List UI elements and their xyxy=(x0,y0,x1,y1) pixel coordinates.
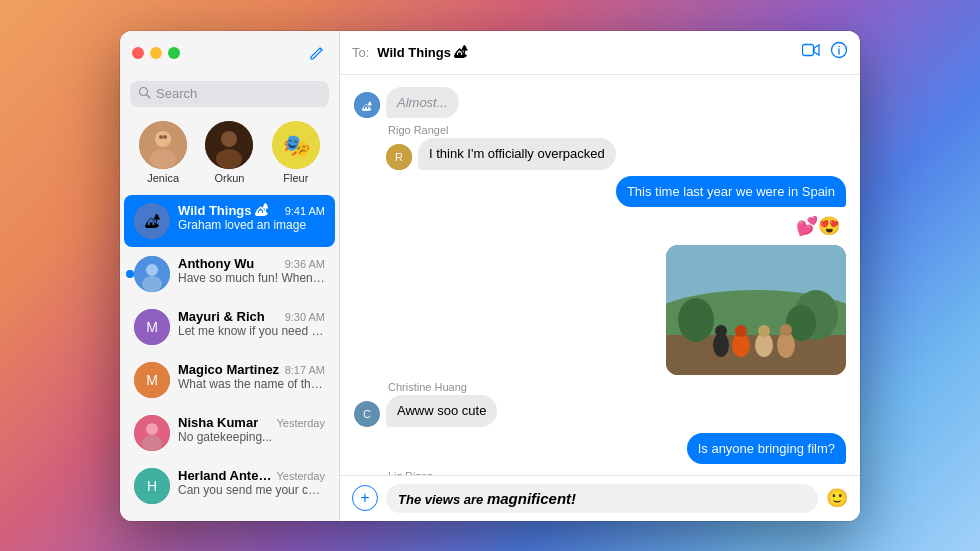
svg-rect-31 xyxy=(803,45,814,56)
pinned-contact-jenica[interactable]: Jenica xyxy=(139,121,187,184)
conv-avatar-magico: M xyxy=(134,362,170,398)
pinned-contact-fleur-label: Fleur xyxy=(283,172,308,184)
svg-text:🏕: 🏕 xyxy=(145,213,160,230)
info-icon[interactable] xyxy=(830,41,848,63)
pinned-contact-orkun[interactable]: Orkun xyxy=(205,121,253,184)
conv-time-herland: Yesterday xyxy=(276,470,325,482)
svg-point-15 xyxy=(146,264,158,276)
message-row-2: R I think I'm officially overpacked xyxy=(386,138,846,170)
conversation-wild-things[interactable]: 🏕 Wild Things 🏕 9:41 AM Graham loved an … xyxy=(124,195,335,247)
svg-text:M: M xyxy=(146,319,158,335)
maximize-button[interactable] xyxy=(168,47,180,59)
pinned-contacts: Jenica Orkun 🎭 xyxy=(120,115,339,194)
conv-header-anthony: Anthony Wu 9:36 AM xyxy=(178,256,325,271)
pinned-contact-fleur[interactable]: 🎭 Fleur xyxy=(272,121,320,184)
bubble-almost: Almost... xyxy=(386,87,459,119)
svg-point-46 xyxy=(715,325,727,337)
conversation-herland[interactable]: H Herland Antezana Yesterday Can you sen… xyxy=(124,460,335,512)
conv-name-herland: Herland Antezana xyxy=(178,468,272,483)
message-row-6: C Awww soo cute xyxy=(354,395,846,427)
emoji-reaction-row: 💕😍 xyxy=(354,213,846,239)
conversation-leticia[interactable]: Leticia Ibarra 6/8/24 I'll bring my bino… xyxy=(124,513,335,521)
sidebar: Search Jenica xyxy=(120,31,340,521)
chat-header: To: Wild Things 🏕 xyxy=(340,31,860,75)
bubble-christine: Awww soo cute xyxy=(386,395,497,427)
conv-name-mayuri: Mayuri & Rich xyxy=(178,309,265,324)
conv-time-anthony: 9:36 AM xyxy=(285,258,325,270)
svg-point-42 xyxy=(678,298,714,342)
conversation-anthony-wu[interactable]: Anthony Wu 9:36 AM Have so much fun! Whe… xyxy=(124,248,335,300)
conv-name-anthony: Anthony Wu xyxy=(178,256,254,271)
titlebar xyxy=(120,31,339,75)
conv-time-magico: 8:17 AM xyxy=(285,364,325,376)
traffic-lights xyxy=(132,47,180,59)
conv-name-magico: Magico Martinez xyxy=(178,362,279,377)
conv-body-herland: Herland Antezana Yesterday Can you send … xyxy=(178,468,325,499)
sender-label-christine: Christine Huang xyxy=(386,381,846,393)
conv-preview-anthony: Have so much fun! When are you back? xyxy=(178,271,325,287)
minimize-button[interactable] xyxy=(150,47,162,59)
search-icon xyxy=(138,86,151,102)
conversation-mayuri-rich[interactable]: M Mayuri & Rich 9:30 AM Let me know if y… xyxy=(124,301,335,353)
search-placeholder: Search xyxy=(156,86,197,101)
conv-avatar-mayuri: M xyxy=(134,309,170,345)
messages-container: 🏕 Almost... Rigo Rangel R I think I'm of… xyxy=(340,75,860,475)
svg-text:M: M xyxy=(146,372,158,388)
conv-name-wild-things: Wild Things 🏕 xyxy=(178,203,268,218)
conv-preview-magico: What was the name of that '90s thriller … xyxy=(178,377,325,393)
pinned-contact-orkun-label: Orkun xyxy=(215,172,245,184)
conv-avatar-herland: H xyxy=(134,468,170,504)
svg-point-6 xyxy=(163,135,167,139)
conv-avatar-wild-things: 🏕 xyxy=(134,203,170,239)
svg-point-16 xyxy=(142,276,162,292)
message-row-photo xyxy=(354,245,846,375)
conversation-nisha[interactable]: Nisha Kumar Yesterday No gatekeeping... xyxy=(124,407,335,459)
conv-time-nisha: Yesterday xyxy=(276,417,325,429)
conversation-magico[interactable]: M Magico Martinez 8:17 AM What was the n… xyxy=(124,354,335,406)
photo-bubble xyxy=(666,245,846,375)
message-row-1: 🏕 Almost... xyxy=(354,87,846,119)
svg-text:🏕: 🏕 xyxy=(362,101,372,112)
svg-point-22 xyxy=(146,423,158,435)
conv-body-mayuri: Mayuri & Rich 9:30 AM Let me know if you… xyxy=(178,309,325,340)
add-attachment-button[interactable]: + xyxy=(352,485,378,511)
search-bar[interactable]: Search xyxy=(130,81,329,107)
svg-point-9 xyxy=(216,149,242,169)
conv-body-nisha: Nisha Kumar Yesterday No gatekeeping... xyxy=(178,415,325,446)
bubble-spain: This time last year we were in Spain xyxy=(616,176,846,208)
close-button[interactable] xyxy=(132,47,144,59)
conv-header-magico: Magico Martinez 8:17 AM xyxy=(178,362,325,377)
svg-text:R: R xyxy=(395,151,403,163)
svg-point-52 xyxy=(780,324,792,336)
input-text: The views are magnificent! xyxy=(398,492,576,507)
conv-body-magico: Magico Martinez 8:17 AM What was the nam… xyxy=(178,362,325,393)
msg-avatar-christine: C xyxy=(354,401,380,427)
conv-name-nisha: Nisha Kumar xyxy=(178,415,258,430)
svg-point-3 xyxy=(155,131,171,147)
emoji-picker-button[interactable]: 🙂 xyxy=(826,487,848,509)
pinned-contact-jenica-label: Jenica xyxy=(147,172,179,184)
svg-line-1 xyxy=(147,94,151,98)
conv-body-anthony: Anthony Wu 9:36 AM Have so much fun! Whe… xyxy=(178,256,325,287)
svg-point-34 xyxy=(838,46,840,48)
unread-indicator-anthony xyxy=(126,270,134,278)
svg-point-48 xyxy=(735,325,747,337)
chat-contact-name: Wild Things 🏕 xyxy=(377,45,794,60)
conv-preview-wild-things: Graham loved an image xyxy=(178,218,325,234)
add-icon: + xyxy=(360,489,369,507)
video-call-icon[interactable] xyxy=(802,43,820,61)
conversation-list: 🏕 Wild Things 🏕 9:41 AM Graham loved an … xyxy=(120,194,339,521)
conv-time-wild-things: 9:41 AM xyxy=(285,205,325,217)
chat-header-icons xyxy=(802,41,848,63)
svg-text:C: C xyxy=(363,408,371,420)
chat-input-area: + The views are magnificent! 🙂 xyxy=(340,475,860,521)
message-input[interactable]: The views are magnificent! xyxy=(386,484,818,513)
svg-point-5 xyxy=(159,135,163,139)
svg-text:🎭: 🎭 xyxy=(282,132,310,159)
svg-point-8 xyxy=(221,131,237,147)
compose-button[interactable] xyxy=(307,43,327,63)
messages-window: Search Jenica xyxy=(120,31,860,521)
avatar-orkun xyxy=(205,121,253,169)
conv-header-mayuri: Mayuri & Rich 9:30 AM xyxy=(178,309,325,324)
avatar-jenica xyxy=(139,121,187,169)
